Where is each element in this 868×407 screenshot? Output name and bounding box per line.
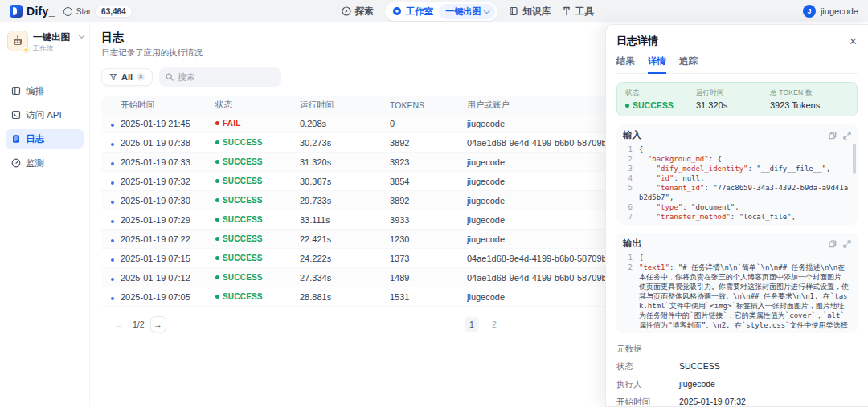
nav-current-app-chip[interactable]: 一键出图: [439, 4, 495, 19]
dify-logo[interactable]: Dify_: [10, 5, 55, 18]
tab-trace[interactable]: 追踪: [679, 55, 698, 73]
search-box[interactable]: [159, 67, 281, 87]
expand-icon[interactable]: [843, 240, 851, 248]
output-title: 输出: [623, 238, 641, 250]
output-section: 输出 1{2"text1": "# 任务详情\n\n`简单`\n\n## 任务描…: [616, 233, 858, 333]
app-icon: ⚡: [7, 31, 28, 51]
gauge-icon: [11, 158, 21, 168]
status-badge: SUCCESS: [215, 177, 300, 185]
row-start-time: 2025-01-19 07:38: [121, 138, 215, 148]
sidebar-item-orchestrate[interactable]: 编排: [6, 81, 84, 100]
input-title: 输入: [623, 129, 641, 141]
tokens-value: 3923 Tokens: [770, 100, 849, 110]
row-tokens: 3892: [390, 138, 467, 148]
row-user: jiugecode: [467, 292, 622, 302]
runtime-value: 31.320s: [696, 100, 770, 110]
app-type-label: 工作流: [33, 44, 70, 54]
metadata-row: 执行人 jiugecode: [616, 379, 858, 390]
filter-clear-icon[interactable]: ✕: [137, 73, 145, 81]
input-code-block[interactable]: 1{2 "backgroud_md": {3 "dify_model_ident…: [623, 144, 851, 222]
row-dot-icon: [111, 239, 114, 242]
status-dot-icon: [215, 295, 219, 299]
search-icon: [166, 73, 174, 81]
sidebar-menu: 编排 访问 API 日志 监测: [6, 81, 84, 173]
avatar: J: [803, 5, 816, 18]
status-dot-icon: [625, 104, 629, 108]
table-row[interactable]: 2025-01-19 07:38 SUCCESS 30.273s 3892 04…: [101, 133, 622, 153]
copy-icon[interactable]: [829, 240, 837, 248]
table-row[interactable]: 2025-01-19 07:32 SUCCESS 30.367s 3854 ji…: [101, 172, 622, 191]
tab-result[interactable]: 结果: [616, 55, 635, 73]
page-number-1[interactable]: 1: [465, 317, 479, 332]
nav-tools-label: 工具: [575, 6, 594, 18]
detail-tabs: 结果 详情 追踪: [616, 55, 858, 74]
nav-knowledge[interactable]: 知识库: [509, 6, 551, 18]
row-user: 04ae1d68-9e4d-4199-b6b0-58709bae28: [467, 273, 622, 283]
table-row[interactable]: 2025-01-19 21:45 FAIL 0.208s 0 jiugecode: [101, 114, 622, 133]
status-dot-icon: [215, 275, 219, 279]
row-runtime: 27.334s: [300, 273, 390, 283]
next-page-button[interactable]: →: [150, 316, 166, 332]
close-icon[interactable]: ✕: [849, 36, 858, 47]
metadata-label: 开始时间: [616, 397, 679, 407]
row-start-time: 2025-01-19 07:29: [121, 215, 215, 225]
table-row[interactable]: 2025-01-19 07:12 SUCCESS 27.334s 1489 04…: [101, 268, 622, 287]
user-name: jiugecode: [821, 6, 858, 16]
col-status: 状态: [215, 100, 300, 111]
row-tokens: 1373: [390, 254, 467, 263]
account-menu[interactable]: J jiugecode: [803, 5, 858, 18]
table-row[interactable]: 2025-01-19 07:29 SUCCESS 33.111s 3933 ji…: [101, 210, 622, 230]
row-start-time: 2025-01-19 07:33: [121, 157, 215, 167]
output-code-block[interactable]: 1{2"text1": "# 任务详情\n\n`简单`\n\n## 任务描述\n…: [623, 253, 851, 330]
chevron-down-icon: [79, 33, 84, 39]
page-number-2[interactable]: 2: [487, 317, 502, 332]
sidebar-item-logs[interactable]: 日志: [6, 129, 84, 149]
row-user: jiugecode: [467, 234, 622, 244]
status-dot-icon: [215, 179, 219, 183]
table-body: 2025-01-19 21:45 FAIL 0.208s 0 jiugecode…: [101, 114, 622, 307]
row-runtime: 33.111s: [300, 215, 390, 225]
row-start-time: 2025-01-19 07:05: [121, 292, 215, 302]
copy-icon[interactable]: [829, 132, 837, 140]
row-user: jiugecode: [467, 157, 622, 167]
table-row[interactable]: 2025-01-19 07:05 SUCCESS 28.881s 1531 ji…: [101, 287, 622, 307]
compass-icon: [342, 6, 351, 16]
nav-studio[interactable]: 工作室: [392, 6, 434, 18]
nav-explore[interactable]: 探索: [342, 6, 374, 18]
expand-icon[interactable]: [843, 132, 851, 140]
search-input[interactable]: [178, 72, 266, 82]
table-row[interactable]: 2025-01-19 07:33 SUCCESS 31.320s 3923 ji…: [101, 153, 622, 172]
metadata-label: 执行人: [616, 379, 679, 390]
sidebar-item-api[interactable]: 访问 API: [6, 105, 84, 124]
tab-detail[interactable]: 详情: [648, 55, 666, 74]
log-detail-panel: 日志详情 ✕ 结果 详情 追踪 状态 SUCCESS 运行时间 31.320s …: [605, 24, 868, 407]
row-user: 04ae1d68-9e4d-4199-b6b0-58709bae28: [467, 138, 622, 148]
scrollbar[interactable]: [853, 144, 856, 174]
nav-tools[interactable]: 工具: [562, 6, 594, 18]
metadata-row: 状态 SUCCESS: [616, 361, 858, 372]
prev-page-button[interactable]: ←: [111, 316, 127, 332]
row-runtime: 0.208s: [300, 119, 390, 128]
table-row[interactable]: 2025-01-19 07:22 SUCCESS 22.421s 1230 ji…: [101, 230, 622, 249]
sidebar-item-monitoring[interactable]: 监测: [6, 153, 84, 173]
status-dot-icon: [215, 218, 219, 222]
row-runtime: 28.881s: [300, 292, 390, 302]
row-tokens: 3854: [390, 177, 467, 186]
star-count: 63,464: [95, 6, 133, 18]
status-badge: SUCCESS: [215, 157, 300, 166]
status-filter-chip[interactable]: All ✕: [101, 68, 153, 86]
table-row[interactable]: 2025-01-19 07:15 SUCCESS 24.222s 1373 04…: [101, 249, 622, 268]
sidebar-item-label: 编排: [26, 85, 44, 97]
orchestrate-icon: [11, 86, 21, 96]
table-row[interactable]: 2025-01-19 07:30 SUCCESS 29.733s 3892 ji…: [101, 191, 622, 210]
logs-table: 开始时间 状态 运行时间 TOKENS 用户或账户 2025-01-19 21:…: [101, 96, 622, 307]
tokens-label: 总 TOKEN 数: [770, 88, 849, 98]
status-dot-icon: [215, 256, 219, 260]
col-start-time: 开始时间: [121, 100, 215, 111]
table-header: 开始时间 状态 运行时间 TOKENS 用户或账户: [101, 96, 622, 114]
status-dot-icon: [215, 198, 219, 202]
row-start-time: 2025-01-19 07:22: [121, 234, 215, 244]
dify-logo-icon: [10, 5, 23, 18]
github-star-widget[interactable]: Star 63,464: [63, 6, 133, 18]
app-selector[interactable]: ⚡ 一键出图 工作流: [6, 29, 84, 55]
